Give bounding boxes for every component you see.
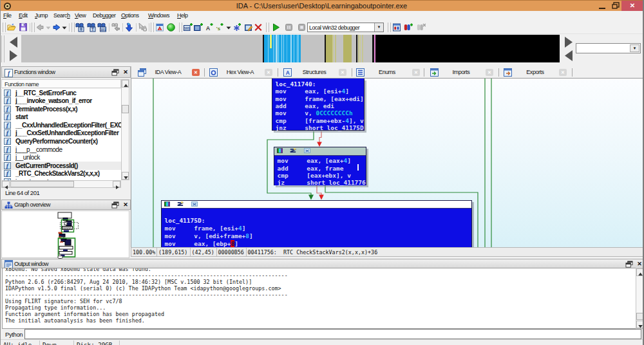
navigation-band[interactable]: [21, 35, 560, 62]
graph-overview-minimap[interactable]: [1, 210, 129, 258]
scroll-down-button[interactable]: [636, 321, 643, 328]
menu-options[interactable]: Options: [121, 12, 139, 19]
chevron-down-icon[interactable]: ▼: [374, 23, 383, 32]
name-combobox[interactable]: ▼: [576, 43, 641, 53]
functions-horizontal-scrollbar[interactable]: [1, 180, 121, 188]
search-again-icon[interactable]: [111, 23, 120, 32]
menu-debugger[interactable]: Debugger: [93, 12, 116, 19]
toolbar-grip[interactable]: [32, 23, 35, 32]
stop-debugger-icon[interactable]: [298, 23, 305, 32]
tab-imports[interactable]: Imports ✕: [426, 66, 496, 79]
search-text-icon[interactable]: T: [87, 23, 96, 32]
tab-close-icon[interactable]: ✕: [486, 69, 493, 76]
tab-exports[interactable]: Exports ✕: [501, 66, 569, 79]
functions-window-titlebar[interactable]: f Functions window ✕: [1, 66, 131, 78]
float-window-icon[interactable]: [111, 201, 119, 209]
navband-page-right-icon[interactable]: [563, 36, 574, 62]
function-row[interactable]: fj___p__commode: [2, 145, 121, 154]
python-input[interactable]: [24, 329, 641, 339]
toolbar-grip[interactable]: [71, 23, 75, 32]
node-group-icon[interactable]: [177, 201, 184, 207]
toolbar-grip[interactable]: [266, 23, 269, 32]
menu-help[interactable]: Help: [177, 12, 188, 19]
minimize-button[interactable]: [594, 1, 610, 11]
colors-icon[interactable]: [156, 23, 164, 32]
debugger-windows-icon[interactable]: [393, 23, 401, 32]
scrollbar-thumb[interactable]: [636, 313, 643, 320]
toolbar-grip[interactable]: [179, 23, 182, 32]
output-window-titlebar[interactable]: Output window ✕: [1, 259, 643, 268]
chevron-down-icon[interactable]: ▼: [630, 44, 639, 52]
menu-windows[interactable]: Windows: [148, 12, 169, 19]
graph-node-loc_411740[interactable]: loc_411740: mov eax, [esi+4] mov frame, …: [272, 79, 365, 131]
tab-close-icon[interactable]: ✕: [265, 69, 272, 76]
function-row[interactable]: fj__RTC_SetErrorFunc: [2, 89, 121, 97]
toolbar-grip[interactable]: [3, 23, 6, 32]
function-row[interactable]: fQueryPerformanceCounter(x): [2, 138, 121, 146]
add-string-dropdown-icon[interactable]: [226, 23, 231, 32]
menu-jump[interactable]: Jump: [35, 12, 48, 19]
function-row[interactable]: f__CxxUnhandledExceptionFilter(_EXCEPTI: [2, 121, 121, 129]
tab-close-icon[interactable]: ✕: [412, 69, 420, 76]
navband-grip[interactable]: [1, 35, 5, 62]
function-row[interactable]: fTerminateProcess(x,x): [2, 105, 121, 113]
toolbar-grip[interactable]: [388, 23, 391, 32]
debugger-selector[interactable]: Local Win32 debugger▼: [307, 23, 384, 32]
delete-icon[interactable]: [254, 23, 262, 32]
menu-view[interactable]: View: [75, 12, 86, 19]
navigate-icon[interactable]: [167, 23, 175, 32]
add-enum-icon[interactable]: 101: [184, 23, 193, 32]
title-bar[interactable]: IDA - C:\Users\user\Desktop\Learningabou…: [1, 0, 643, 11]
close-icon[interactable]: ✕: [122, 68, 129, 77]
forward-dropdown-icon[interactable]: [62, 23, 67, 32]
graph-node-411751[interactable]: mov eax, [eax+4] add eax, frame cmp [eax…: [274, 147, 366, 185]
function-row[interactable]: fj__unlock: [2, 154, 121, 162]
toolbar-grip[interactable]: [151, 23, 154, 32]
forward-icon[interactable]: [53, 23, 61, 32]
delete-breakpoint-icon[interactable]: [417, 23, 426, 32]
node-misc-icon[interactable]: [191, 201, 198, 207]
output-log[interactable]: x86emu: No saved x86emu state data was f…: [2, 268, 636, 329]
no-action-icon[interactable]: [138, 23, 147, 32]
scroll-down-button[interactable]: [122, 172, 129, 180]
function-row[interactable]: fj___invoke_watson_if_error: [2, 97, 121, 106]
back-dropdown-icon[interactable]: [46, 23, 51, 32]
node-misc-icon[interactable]: [304, 148, 310, 153]
function-row-selected[interactable]: fGetCurrentProcessId(): [2, 162, 121, 170]
menu-edit[interactable]: Edit: [19, 12, 28, 19]
scroll-left-button[interactable]: [2, 181, 10, 187]
function-row[interactable]: fstart: [2, 113, 121, 122]
tab-enums[interactable]: Enums ✕: [353, 66, 421, 79]
scroll-up-button[interactable]: [122, 80, 129, 88]
functions-vertical-scrollbar[interactable]: [121, 79, 129, 180]
close-button[interactable]: ✕: [621, 1, 643, 11]
node-group-icon[interactable]: [290, 148, 296, 153]
close-icon[interactable]: ✕: [122, 201, 129, 209]
jump-down-icon[interactable]: [126, 23, 133, 32]
add-cross-reference-icon[interactable]: [233, 23, 241, 32]
graph-view[interactable]: loc_411740: mov eax, [esi+4] mov frame, …: [131, 79, 643, 247]
float-window-icon[interactable]: [625, 261, 633, 268]
tab-close-icon[interactable]: ✕: [192, 69, 200, 76]
tab-close-icon[interactable]: ✕: [559, 69, 567, 76]
save-icon[interactable]: [19, 23, 28, 32]
function-name-column-header[interactable]: Function name: [1, 79, 121, 88]
tab-close-icon[interactable]: ✕: [339, 69, 346, 76]
tab-ida-view-a[interactable]: IDA View-A ✕: [134, 66, 202, 79]
start-debugger-icon[interactable]: [272, 23, 280, 32]
add-struct-icon[interactable]: [194, 23, 203, 32]
scroll-right-button[interactable]: [113, 181, 120, 187]
open-file-icon[interactable]: [7, 23, 16, 32]
scrollbar-thumb[interactable]: [10, 181, 74, 187]
add-breakpoint-icon[interactable]: [404, 23, 413, 32]
pause-debugger-icon[interactable]: [285, 23, 292, 32]
scrollbar-thumb[interactable]: [122, 105, 129, 113]
function-row[interactable]: fj___CxxSetUnhandledExceptionFilter: [2, 129, 121, 138]
function-row[interactable]: f_RTC_CheckStackVars2(x,x,x): [2, 170, 121, 178]
menu-file[interactable]: File: [3, 12, 12, 19]
output-vertical-scrollbar[interactable]: [636, 268, 644, 329]
tab-hex-view-a[interactable]: Hex View-A ✕: [205, 66, 275, 79]
float-window-icon[interactable]: [111, 69, 119, 76]
search-memory-icon[interactable]: [75, 23, 84, 32]
node-color-icon[interactable]: [277, 148, 283, 153]
